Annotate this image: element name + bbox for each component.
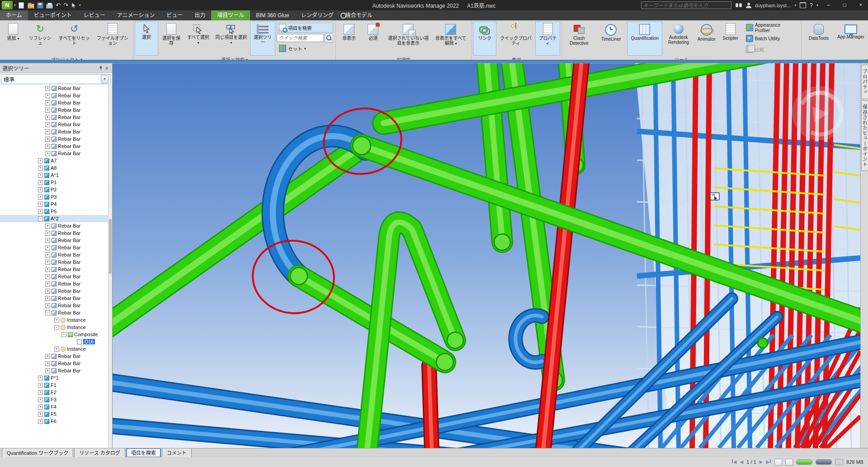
bottom-tab[interactable]: Quantification ワークブック	[2, 448, 73, 457]
expander-icon[interactable]: +	[38, 180, 43, 185]
tree-item[interactable]: + F5	[0, 410, 108, 418]
tree-item[interactable]: + Rebar Bar	[0, 135, 108, 143]
tree-item[interactable]: + Rebar Bar	[0, 229, 108, 237]
tree-item[interactable]: + Rebar Bar	[0, 280, 108, 287]
ribbon-tab[interactable]: BIM 360 Glue	[250, 10, 295, 20]
expander-icon[interactable]: +	[38, 383, 43, 388]
batch-utility-button[interactable]: Batch Utility	[744, 33, 799, 43]
expander-icon[interactable]: +	[45, 253, 50, 257]
properties-button[interactable]: プロパティ	[535, 21, 560, 56]
quantification-button[interactable]: Quantification	[627, 21, 662, 56]
expander-icon[interactable]: +	[45, 245, 50, 250]
expander-icon[interactable]: +	[45, 260, 50, 265]
user-name[interactable]: duypham.isyst...	[755, 3, 791, 8]
ribbon-tab[interactable]: 項目ツール	[211, 10, 250, 20]
expander-icon[interactable]: +	[45, 267, 50, 272]
tree-item[interactable]: + Rebar Bar	[0, 367, 108, 374]
ribbon-tab[interactable]: レンダリング	[295, 10, 340, 20]
expander-icon[interactable]: +	[38, 158, 43, 163]
tree-item[interactable]: + Rebar Bar	[0, 353, 108, 360]
ribbon-tab[interactable]: ビューポイント	[28, 10, 78, 20]
help-icon[interactable]: ?	[810, 2, 813, 9]
next-sheet-icon[interactable]: ▶	[760, 459, 763, 465]
tree-scrollbar-thumb[interactable]	[109, 219, 112, 273]
maximize-button[interactable]: □	[838, 0, 851, 10]
refresh-button[interactable]: ↻ リフレッシュ	[25, 21, 55, 56]
prev-sheet-icon[interactable]: ◀	[740, 459, 744, 465]
expander-icon[interactable]: +	[38, 397, 43, 402]
selection-tree[interactable]: + Rebar Bar + Rebar Bar + Rebar Bar	[0, 85, 108, 448]
sheet-browser-icon[interactable]	[774, 459, 782, 466]
tree-item[interactable]: + A8	[0, 164, 108, 172]
user-menu-caret-icon[interactable]: ▾	[794, 3, 796, 7]
multisheet-icon[interactable]	[785, 459, 793, 466]
expander-icon[interactable]: −	[38, 216, 43, 221]
expander-icon[interactable]: +	[45, 100, 50, 105]
expander-icon[interactable]: +	[38, 412, 43, 417]
quick-find-input[interactable]	[277, 34, 324, 42]
bottom-tab[interactable]: 項目を検索	[126, 448, 161, 457]
tree-item[interactable]: + Rebar Bar	[0, 85, 108, 92]
tree-item[interactable]: + F3	[0, 396, 108, 403]
quick-properties-button[interactable]: クイックプロパティ	[497, 21, 535, 56]
tree-item[interactable]: + Rebar Bar	[0, 128, 108, 135]
expander-icon[interactable]: +	[45, 129, 50, 134]
expander-icon[interactable]: +	[45, 86, 50, 91]
bottom-tab[interactable]: リソース カタログ	[74, 448, 125, 457]
tree-item[interactable]: + Rebar Bar	[0, 295, 108, 302]
tree-item[interactable]: − Composite	[0, 331, 108, 338]
tree-item[interactable]: + A7	[0, 157, 108, 164]
tree-scrollbar[interactable]	[108, 85, 112, 448]
expander-icon[interactable]: +	[45, 108, 50, 113]
sets-button[interactable]: セット ▾	[277, 43, 333, 53]
tree-item[interactable]: + Rebar Bar	[0, 244, 108, 251]
bottom-tab[interactable]: コメント	[162, 448, 192, 457]
tree-item[interactable]: + Instance	[0, 316, 108, 324]
expander-icon[interactable]: +	[45, 238, 50, 243]
scripter-button[interactable]: Scripter	[719, 21, 742, 56]
save-selection-button[interactable]: 選択を保存	[159, 21, 184, 56]
select-all-button[interactable]: すべて選択 ▾	[184, 21, 212, 56]
expander-icon[interactable]: +	[45, 151, 50, 156]
hide-unselected-button[interactable]: 選択されていない項目を非表示	[385, 21, 431, 56]
close-button[interactable]: ×	[854, 0, 867, 10]
tree-item[interactable]: + Rebar Bar	[0, 266, 108, 273]
docked-panel-tab[interactable]: 保存されたビューポイント	[861, 100, 868, 171]
hide-button[interactable]: 非表示	[337, 21, 361, 56]
first-sheet-icon[interactable]: ◀	[731, 459, 737, 465]
reset-all-button[interactable]: ↺ すべてをリセット	[55, 21, 93, 56]
expander-icon[interactable]: +	[45, 93, 50, 98]
tree-item[interactable]: + Rebar Bar	[0, 273, 108, 280]
expander-icon[interactable]: −	[54, 325, 59, 330]
expander-icon[interactable]: +	[38, 405, 43, 410]
expander-icon[interactable]: +	[45, 354, 50, 359]
app-manager-button[interactable]: App Manager	[835, 21, 867, 56]
expander-icon[interactable]: +	[38, 173, 43, 178]
autodesk-rendering-button[interactable]: Autodesk Rendering	[663, 21, 694, 56]
global-search-input[interactable]	[641, 1, 731, 9]
expander-icon[interactable]: +	[45, 144, 50, 149]
panel-header[interactable]: 選択ツリー ×	[0, 63, 112, 73]
panel-close-icon[interactable]: ×	[104, 65, 110, 71]
tree-item[interactable]: + F2	[0, 389, 108, 396]
ribbon-tab[interactable]: 出力	[189, 10, 211, 20]
expander-icon[interactable]: +	[45, 281, 50, 286]
clash-detective-button[interactable]: Clash Detective	[563, 21, 595, 56]
tree-item[interactable]: + P3	[0, 193, 108, 200]
compare-button[interactable]: 比較	[744, 44, 799, 54]
tree-item[interactable]: + Rebar Bar	[0, 251, 108, 258]
tree-item[interactable]: + P2	[0, 186, 108, 193]
links-button[interactable]: リンク	[473, 21, 496, 56]
ribbon-tab[interactable]: レビュー	[78, 10, 111, 20]
tree-item[interactable]: + Rebar Bar	[0, 302, 108, 309]
apps-icon[interactable]	[800, 2, 806, 8]
expander-icon[interactable]: +	[38, 195, 43, 200]
timeliner-button[interactable]: TimeLiner	[595, 21, 627, 56]
file-options-button[interactable]: ファイルオプション	[94, 21, 132, 56]
tree-item[interactable]: D16	[0, 338, 108, 345]
tree-item[interactable]: + F6	[0, 418, 108, 425]
expander-icon[interactable]: +	[45, 289, 50, 294]
tree-item[interactable]: + Rebar Bar	[0, 360, 108, 367]
datatools-button[interactable]: DataTools	[803, 21, 835, 56]
expander-icon[interactable]: +	[45, 296, 50, 301]
